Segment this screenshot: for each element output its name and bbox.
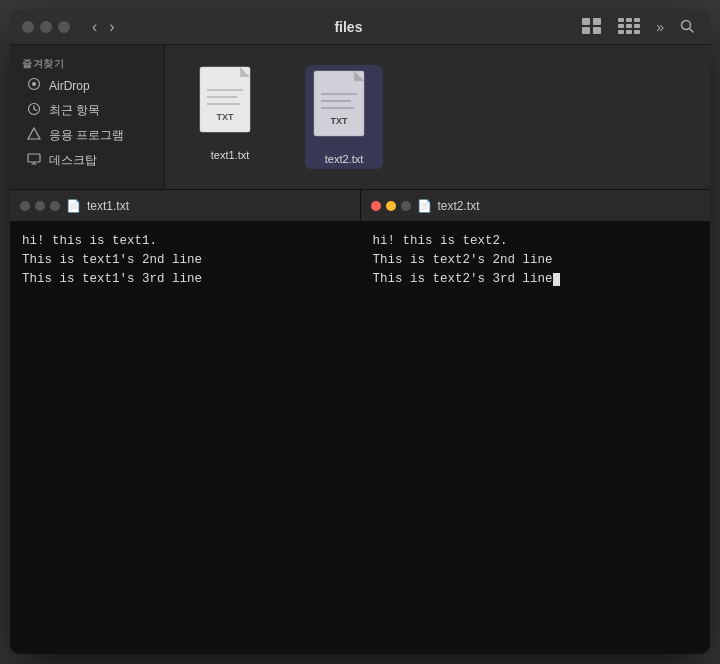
- file-label-text2: text2.txt: [325, 153, 364, 165]
- file-label-text1: text1.txt: [211, 149, 250, 161]
- svg-text:TXT: TXT: [217, 112, 235, 122]
- terminal-2-line-2: This is text2's 2nd line: [373, 253, 553, 267]
- svg-rect-4: [618, 18, 624, 22]
- more-options-button[interactable]: »: [652, 17, 668, 37]
- terminals-row: 📄 text1.txt hi! this is text1. This is t…: [10, 190, 710, 654]
- finder-title: files: [129, 19, 569, 35]
- terminal-2-line-3: This is text2's 3rd line: [373, 272, 553, 286]
- terminal-1-title: text1.txt: [87, 199, 129, 213]
- terminal-2-content[interactable]: hi! this is text2. This is text2's 2nd l…: [361, 222, 711, 654]
- terminal-titlebar-2: 📄 text2.txt: [361, 190, 711, 222]
- sidebar: 즐겨찾기 AirDrop: [10, 45, 165, 189]
- terminal-window-2: 📄 text2.txt hi! this is text2. This is t…: [361, 190, 711, 654]
- sidebar-item-apps[interactable]: 응용 프로그램: [14, 123, 160, 148]
- svg-rect-12: [634, 30, 640, 34]
- terminal-window-1: 📄 text1.txt hi! this is text1. This is t…: [10, 190, 361, 654]
- sidebar-item-airdrop[interactable]: AirDrop: [14, 73, 160, 98]
- terminal-2-minimize[interactable]: [386, 201, 396, 211]
- toolbar-right: »: [578, 16, 698, 39]
- terminal-1-line-3: This is text1's 3rd line: [22, 272, 202, 286]
- finder-nav-buttons: ‹ ›: [88, 17, 119, 37]
- terminal-1-minimize[interactable]: [35, 201, 45, 211]
- terminal-1-line-1: hi! this is text1.: [22, 234, 157, 248]
- terminal-2-line-1: hi! this is text2.: [373, 234, 508, 248]
- svg-rect-2: [582, 27, 590, 34]
- terminal-2-traffic-lights: [371, 201, 411, 211]
- terminal-1-maximize[interactable]: [50, 201, 60, 211]
- terminal-1-close[interactable]: [20, 201, 30, 211]
- list-view-button[interactable]: [614, 16, 644, 39]
- svg-rect-3: [593, 27, 601, 34]
- forward-button[interactable]: ›: [105, 17, 118, 37]
- file-icon-text2: TXT: [309, 69, 379, 149]
- svg-rect-10: [618, 30, 624, 34]
- desktop-icon: [26, 153, 42, 168]
- terminal-2-close[interactable]: [371, 201, 381, 211]
- icon-view-button[interactable]: [578, 16, 606, 39]
- finder-toolbar: ‹ › files: [10, 10, 710, 45]
- finder-close-button[interactable]: [22, 21, 34, 33]
- back-button[interactable]: ‹: [88, 17, 101, 37]
- finder-traffic-lights: [22, 21, 70, 33]
- svg-line-19: [34, 109, 37, 111]
- svg-rect-11: [626, 30, 632, 34]
- sidebar-item-desktop[interactable]: 데스크탑: [14, 148, 160, 173]
- terminal-2-title: text2.txt: [438, 199, 480, 213]
- file-item-text2[interactable]: TXT text2.txt: [305, 65, 383, 169]
- sidebar-recent-label: 최근 항목: [49, 102, 100, 119]
- finder-content: TXT text1.txt: [165, 45, 710, 189]
- svg-rect-9: [634, 24, 640, 28]
- finder-minimize-button[interactable]: [40, 21, 52, 33]
- search-button[interactable]: [676, 17, 698, 38]
- terminal-1-file-icon: 📄: [66, 199, 81, 213]
- sidebar-airdrop-label: AirDrop: [49, 79, 90, 93]
- sidebar-apps-label: 응용 프로그램: [49, 127, 124, 144]
- svg-marker-20: [28, 128, 40, 139]
- airdrop-icon: [26, 77, 42, 94]
- svg-point-16: [32, 82, 36, 86]
- svg-line-14: [690, 28, 694, 32]
- terminal-1-line-2: This is text1's 2nd line: [22, 253, 202, 267]
- sidebar-item-recent[interactable]: 최근 항목: [14, 98, 160, 123]
- svg-rect-21: [28, 154, 40, 162]
- file-icon-text1: TXT: [195, 65, 265, 145]
- svg-text:TXT: TXT: [331, 116, 349, 126]
- terminal-2-maximize[interactable]: [401, 201, 411, 211]
- terminal-1-content[interactable]: hi! this is text1. This is text1's 2nd l…: [10, 222, 360, 654]
- svg-rect-8: [626, 24, 632, 28]
- svg-rect-1: [593, 18, 601, 25]
- svg-rect-6: [634, 18, 640, 22]
- finder-window: ‹ › files: [10, 10, 710, 190]
- file-item-text1[interactable]: TXT text1.txt: [195, 65, 265, 161]
- finder-maximize-button[interactable]: [58, 21, 70, 33]
- svg-rect-5: [626, 18, 632, 22]
- apps-icon: [26, 127, 42, 144]
- terminal-titlebar-1: 📄 text1.txt: [10, 190, 360, 222]
- terminal-1-traffic-lights: [20, 201, 60, 211]
- sidebar-section-header: 즐겨찾기: [10, 53, 164, 73]
- svg-rect-0: [582, 18, 590, 25]
- recent-icon: [26, 102, 42, 119]
- terminal-cursor: [553, 273, 560, 286]
- finder-body: 즐겨찾기 AirDrop: [10, 45, 710, 189]
- svg-rect-7: [618, 24, 624, 28]
- terminal-2-file-icon: 📄: [417, 199, 432, 213]
- mac-window: ‹ › files: [10, 10, 710, 654]
- sidebar-desktop-label: 데스크탑: [49, 152, 97, 169]
